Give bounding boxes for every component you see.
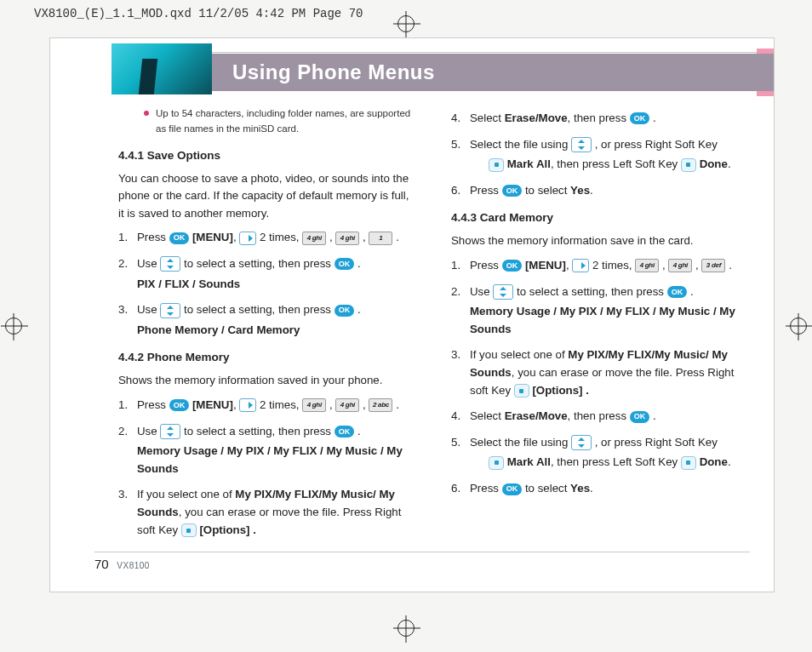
nav-right-icon bbox=[239, 398, 256, 412]
footer-rule bbox=[94, 552, 750, 552]
page-footer: 70 VX8100 bbox=[94, 557, 150, 571]
key-4: 4 ghi bbox=[635, 259, 659, 272]
ok-icon: OK bbox=[335, 258, 355, 270]
step-443-4: Select Erase/Move, then press OK . bbox=[451, 408, 750, 426]
registration-mark-bottom bbox=[397, 620, 415, 637]
nav-right-icon bbox=[239, 232, 256, 245]
note-text: Up to 54 characters, including folder na… bbox=[156, 106, 417, 137]
key-1: 1 bbox=[369, 232, 392, 245]
ok-icon: OK bbox=[667, 286, 688, 298]
ok-icon: OK bbox=[335, 305, 355, 317]
nav-right-icon bbox=[572, 259, 589, 272]
steps-443: Press OK [MENU], 2 times, 4 ghi , 4 ghi … bbox=[451, 257, 750, 498]
key-4: 4 ghi bbox=[335, 398, 359, 412]
page-title: Using Phone Menus bbox=[232, 60, 435, 84]
ok-icon: OK bbox=[335, 426, 355, 438]
heading-442: 4.4.2 Phone Memory bbox=[118, 349, 417, 367]
ok-icon: OK bbox=[169, 399, 190, 411]
ok-icon: OK bbox=[502, 483, 523, 495]
opts-441-3: Phone Memory / Card Memory bbox=[137, 322, 417, 340]
intro-443: Shows the memory information save in the… bbox=[451, 232, 750, 250]
softkey-icon bbox=[181, 523, 197, 537]
opts-443-2: Memory Usage / My PIX / My FLIX / My Mus… bbox=[470, 303, 750, 338]
step-443-2: Use to select a setting, then press OK .… bbox=[451, 283, 750, 339]
steps-442-cont: Select Erase/Move, then press OK . Selec… bbox=[451, 110, 750, 199]
opts-441-2: PIX / FLIX / Sounds bbox=[137, 276, 417, 294]
step-442-2: Use to select a setting, then press OK .… bbox=[118, 423, 417, 478]
key-4: 4 ghi bbox=[302, 398, 326, 412]
nav-updown-icon bbox=[160, 303, 180, 318]
registration-mark-left bbox=[5, 317, 22, 335]
step-443-5: Select the file using , or press Right S… bbox=[451, 434, 750, 472]
key-4: 4 ghi bbox=[335, 232, 359, 245]
nav-updown-icon bbox=[160, 256, 180, 272]
step-442-4: Select Erase/Move, then press OK . bbox=[451, 110, 750, 128]
left-column: Up to 54 characters, including folder na… bbox=[118, 106, 417, 542]
key-4: 4 ghi bbox=[668, 259, 692, 272]
step-441-3: Use to select a setting, then press OK .… bbox=[118, 301, 417, 339]
opts-442-2: Memory Usage / My PIX / My FLIX / My Mus… bbox=[137, 443, 417, 478]
step-442-1: Press OK [MENU], 2 times, 4 ghi , 4 ghi … bbox=[118, 397, 417, 415]
nav-updown-icon bbox=[160, 424, 180, 439]
step-442-6: Press OK to select Yes. bbox=[451, 182, 750, 200]
softkey-icon bbox=[514, 384, 529, 397]
steps-441: Press OK [MENU], 2 times, 4 ghi , 4 ghi … bbox=[118, 229, 417, 339]
steps-442: Press OK [MENU], 2 times, 4 ghi , 4 ghi … bbox=[118, 397, 417, 539]
step-443-1: Press OK [MENU], 2 times, 4 ghi , 4 ghi … bbox=[451, 257, 750, 275]
softkey-icon bbox=[681, 158, 696, 172]
ok-icon: OK bbox=[169, 232, 190, 244]
softkey-icon bbox=[489, 158, 504, 172]
ok-icon: OK bbox=[502, 185, 523, 197]
step-442-3: If you select one of My PIX/My FLIX/My M… bbox=[118, 486, 417, 539]
nav-updown-icon bbox=[571, 137, 592, 152]
ok-icon: OK bbox=[502, 260, 523, 272]
note-bullet: Up to 54 characters, including folder na… bbox=[118, 106, 417, 137]
title-bar: Using Phone Menus bbox=[112, 54, 774, 91]
page-frame: Using Phone Menus Up to 54 characters, i… bbox=[49, 37, 775, 592]
page-number: 70 bbox=[94, 557, 109, 571]
header-photo bbox=[112, 43, 212, 94]
step-443-6: Press OK to select Yes. bbox=[451, 480, 750, 498]
bullet-dot-icon bbox=[144, 111, 149, 116]
key-2: 2 abc bbox=[369, 398, 392, 412]
step-441-2: Use to select a setting, then press OK .… bbox=[118, 255, 417, 293]
ok-icon: OK bbox=[630, 112, 650, 124]
step-441-1: Press OK [MENU], 2 times, 4 ghi , 4 ghi … bbox=[118, 229, 417, 247]
nav-updown-icon bbox=[493, 284, 513, 300]
registration-mark-right bbox=[790, 317, 807, 335]
content-area: Up to 54 characters, including folder na… bbox=[118, 106, 750, 542]
ok-icon: OK bbox=[630, 411, 650, 423]
heading-443: 4.4.3 Card Memory bbox=[451, 209, 750, 227]
registration-mark-top bbox=[397, 15, 415, 32]
key-4: 4 ghi bbox=[302, 232, 326, 245]
prepress-header: VX8100_(E)_1.1_MOD.qxd 11/2/05 4:42 PM P… bbox=[34, 7, 363, 20]
intro-441: You can choose to save a photo, video, o… bbox=[118, 170, 417, 223]
step-443-3: If you select one of My PIX/My FLIX/My M… bbox=[451, 346, 750, 399]
key-3: 3 def bbox=[701, 259, 725, 272]
softkey-icon bbox=[489, 456, 504, 470]
heading-441: 4.4.1 Save Options bbox=[118, 147, 417, 165]
model-label: VX8100 bbox=[117, 561, 150, 570]
nav-updown-icon bbox=[571, 435, 592, 450]
step-442-5: Select the file using , or press Right S… bbox=[451, 136, 750, 174]
intro-442: Shows the memory information saved in yo… bbox=[118, 372, 417, 390]
softkey-icon bbox=[681, 456, 696, 470]
right-column: Select Erase/Move, then press OK . Selec… bbox=[451, 106, 750, 542]
